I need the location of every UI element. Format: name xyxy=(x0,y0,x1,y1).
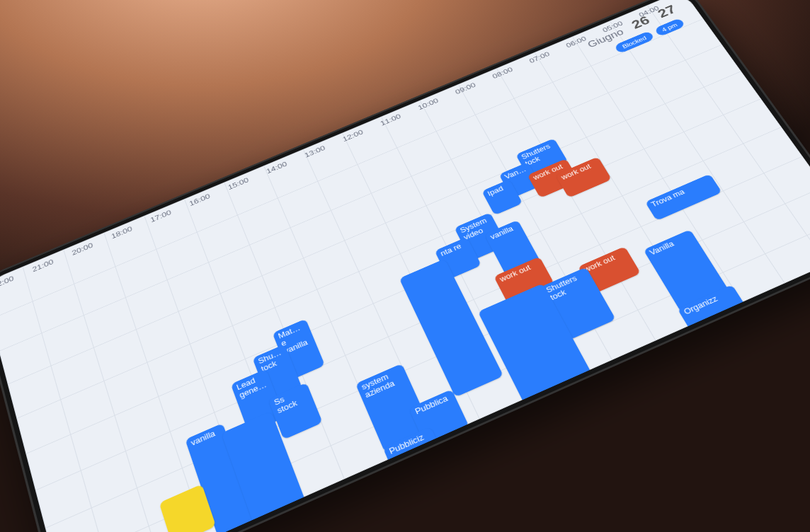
calendar-event-pubbliciz[interactable]: Pubbliciz xyxy=(383,427,447,483)
grid-col xyxy=(144,216,253,521)
grid-row xyxy=(45,186,810,528)
grid-col xyxy=(263,166,390,459)
grid-row xyxy=(66,250,810,532)
calendar-event-blank[interactable] xyxy=(399,259,503,398)
calendar-event-blank[interactable] xyxy=(440,472,552,532)
calendar-event-vanilla[interactable]: vanilla xyxy=(185,423,258,532)
calendar-event-ss-stock[interactable]: Ss stock xyxy=(268,383,323,440)
grid-col xyxy=(23,267,113,532)
grid-col xyxy=(63,249,160,532)
grid-col xyxy=(496,68,656,341)
grid-row xyxy=(55,217,810,532)
grid-col xyxy=(303,149,435,439)
phone-screen[interactable]: 22:0021:0020:0018:0017:0016:0015:0014:00… xyxy=(0,0,810,532)
grid-col xyxy=(224,182,345,479)
calendar-event-organizz[interactable]: Organizz xyxy=(678,284,751,337)
grid-row xyxy=(16,98,761,419)
grid-row xyxy=(25,127,782,454)
grid-row xyxy=(8,71,742,384)
calendar-event-material-e-vanilla[interactable]: Material e vanilla xyxy=(273,319,325,381)
calendar-event-vanilla[interactable]: vanilla xyxy=(484,220,569,328)
calendar-event-blank[interactable] xyxy=(478,284,609,436)
photo-backdrop: 22:0021:0020:0018:0017:0016:0015:0014:00… xyxy=(0,0,810,532)
calendar-grid xyxy=(0,0,810,532)
grid-col xyxy=(103,233,206,532)
phone-frame: 22:0021:0020:0018:0017:0016:0015:0014:00… xyxy=(0,0,810,532)
calendar-event-prepara-post[interactable]: Prepara post xyxy=(507,435,584,507)
calendar-event-work-out[interactable]: work out xyxy=(578,246,641,294)
calendar-event-vanilla[interactable]: Vanilla xyxy=(644,229,730,313)
calendar-event-shutters-tock[interactable]: Shutters tock xyxy=(540,267,616,340)
calendar-event-shutters-tock[interactable]: Shutters tock xyxy=(252,344,302,403)
grid-row xyxy=(0,45,722,352)
grid-col xyxy=(647,5,810,265)
calendar-event-system-azienda[interactable]: system azienda xyxy=(355,364,433,453)
calendar-event-blank[interactable] xyxy=(222,411,320,532)
perspective-stage: 22:0021:0020:0018:0017:0016:0015:0014:00… xyxy=(0,61,810,471)
calendar-event-lead-generators[interactable]: Lead generators xyxy=(231,369,285,433)
grid-col xyxy=(184,199,299,499)
grid-row xyxy=(77,283,810,532)
calendar-event-blank[interactable] xyxy=(159,484,216,532)
calendar-event-work-out[interactable]: work out xyxy=(494,257,554,304)
calendar-event-pubblica[interactable]: Pubblica xyxy=(409,389,469,446)
calendar-event-blank[interactable] xyxy=(336,463,457,532)
grid-col xyxy=(0,284,66,532)
